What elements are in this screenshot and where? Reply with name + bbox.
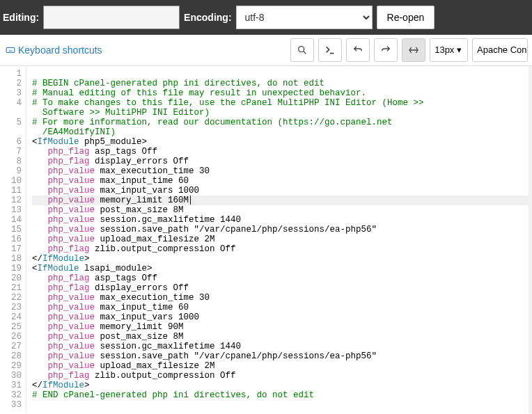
line-number: 17 <box>0 244 22 254</box>
code-line[interactable]: php_value post_max_size 8M <box>32 332 532 342</box>
svg-point-1 <box>299 46 304 51</box>
code-line[interactable]: php_value max_input_vars 1000 <box>32 312 532 322</box>
line-number: 13 <box>0 205 22 215</box>
undo-button[interactable] <box>346 38 370 62</box>
line-number: 21 <box>0 283 22 293</box>
code-line[interactable]: php_value max_input_vars 1000 <box>32 186 532 196</box>
code-line[interactable]: php_flag zlib.output_compression Off <box>32 244 532 254</box>
line-number: 9 <box>0 166 22 176</box>
code-line[interactable]: php_value memory_limit 90M <box>32 322 532 332</box>
line-number: 28 <box>0 351 22 361</box>
editing-label: Editing: <box>3 12 39 23</box>
code-line[interactable]: # Manual editing of this file may result… <box>32 88 532 98</box>
code-line[interactable]: php_flag asp_tags Off <box>32 147 532 157</box>
line-number: 6 <box>0 137 22 147</box>
code-line[interactable]: /EA4ModifyINI) <box>32 127 532 137</box>
code-line[interactable]: php_value session.save_path "/var/cpanel… <box>32 351 532 361</box>
code-line[interactable]: php_value max_input_time 60 <box>32 176 532 186</box>
search-button[interactable] <box>290 38 314 62</box>
line-number: 1 <box>0 69 22 79</box>
terminal-button[interactable] <box>318 38 342 62</box>
line-number: 27 <box>0 342 22 351</box>
code-line[interactable]: # BEGIN cPanel-generated php ini directi… <box>32 79 532 88</box>
filename-input[interactable] <box>43 6 180 29</box>
line-number: 20 <box>0 273 22 283</box>
code-line[interactable]: php_value max_execution_time 30 <box>32 293 532 303</box>
line-number: 4 <box>0 98 22 108</box>
line-number: 22 <box>0 293 22 303</box>
line-number: 18 <box>0 254 22 264</box>
line-gutter: 1234567891011121314151617181920212223242… <box>0 66 26 413</box>
line-number: 14 <box>0 215 22 225</box>
line-number <box>0 127 22 137</box>
line-number: 5 <box>0 118 22 127</box>
code-line[interactable] <box>32 69 532 79</box>
code-line[interactable]: php_flag display_errors Off <box>32 157 532 166</box>
line-number: 31 <box>0 381 22 390</box>
code-line[interactable]: php_value upload_max_filesize 2M <box>32 361 532 371</box>
code-line[interactable]: php_value session.save_path "/var/cpanel… <box>32 225 532 234</box>
line-number: 7 <box>0 147 22 157</box>
line-number: 24 <box>0 312 22 322</box>
code-line[interactable]: php_value session.gc_maxlifetime 1440 <box>32 215 532 225</box>
keyboard-shortcuts-label: Keyboard shortcuts <box>18 45 102 56</box>
code-editor[interactable]: 1234567891011121314151617181920212223242… <box>0 65 532 413</box>
line-number: 3 <box>0 88 22 98</box>
line-number: 19 <box>0 264 22 273</box>
code-line[interactable]: </IfModule> <box>32 381 532 390</box>
redo-icon <box>380 45 391 56</box>
line-number: 11 <box>0 186 22 196</box>
code-line[interactable]: </IfModule> <box>32 254 532 264</box>
line-number: 33 <box>0 400 22 410</box>
code-area[interactable]: # BEGIN cPanel-generated php ini directi… <box>26 66 532 413</box>
line-number: 12 <box>0 196 22 205</box>
encoding-label: Encoding: <box>184 12 231 23</box>
redo-button[interactable] <box>374 38 398 62</box>
line-number: 32 <box>0 390 22 400</box>
undo-icon <box>352 45 363 56</box>
wrap-icon <box>408 45 419 56</box>
code-line[interactable]: php_value upload_max_filesize 2M <box>32 234 532 244</box>
line-number: 29 <box>0 361 22 371</box>
toolbar-right: 13px ▾ Apache Con <box>290 38 528 62</box>
toolbar: Keyboard shortcuts 13px ▾ Apache Con <box>0 35 532 65</box>
top-bar: Editing: Encoding: utf-8 Re-open <box>0 0 532 35</box>
keyboard-icon <box>6 45 15 55</box>
code-line[interactable]: # To make changes to this file, use the … <box>32 98 532 108</box>
scrollbar[interactable] <box>529 66 532 413</box>
line-number: 2 <box>0 79 22 88</box>
code-line[interactable]: Software >> MultiPHP INI Editor) <box>32 108 532 118</box>
code-line[interactable]: <IfModule php5_module> <box>32 137 532 147</box>
code-line[interactable]: <IfModule lsapi_module> <box>32 264 532 273</box>
code-line[interactable]: php_value max_execution_time 30 <box>32 166 532 176</box>
encoding-select[interactable]: utf-8 <box>236 6 373 29</box>
code-line[interactable]: php_value memory_limit 160M <box>32 196 532 205</box>
code-line[interactable] <box>32 400 532 410</box>
code-line[interactable]: # END cPanel-generated php ini directive… <box>32 390 532 400</box>
line-number: 23 <box>0 303 22 312</box>
line-number: 30 <box>0 371 22 381</box>
line-number: 25 <box>0 322 22 332</box>
code-line[interactable]: php_value post_max_size 8M <box>32 205 532 215</box>
line-number: 8 <box>0 157 22 166</box>
svg-rect-0 <box>6 47 15 52</box>
line-number: 16 <box>0 234 22 244</box>
terminal-icon <box>324 45 336 56</box>
code-line[interactable]: # For more information, read our documen… <box>32 118 532 127</box>
keyboard-shortcuts-link[interactable]: Keyboard shortcuts <box>6 45 102 56</box>
line-number: 10 <box>0 176 22 186</box>
font-size-select[interactable]: 13px ▾ <box>430 38 468 62</box>
code-line[interactable]: php_flag display_errors Off <box>32 283 532 293</box>
wrap-button[interactable] <box>402 38 425 62</box>
line-number: 26 <box>0 332 22 342</box>
search-icon <box>297 45 308 56</box>
code-line[interactable]: php_flag zlib.output_compression Off <box>32 371 532 381</box>
code-line[interactable]: php_value max_input_time 60 <box>32 303 532 312</box>
code-line[interactable]: php_flag asp_tags Off <box>32 273 532 283</box>
line-number <box>0 108 22 118</box>
code-line[interactable]: php_value session.gc_maxlifetime 1440 <box>32 342 532 351</box>
syntax-mode-select[interactable]: Apache Con <box>472 38 528 62</box>
reopen-button[interactable]: Re-open <box>377 6 435 29</box>
line-number: 15 <box>0 225 22 234</box>
